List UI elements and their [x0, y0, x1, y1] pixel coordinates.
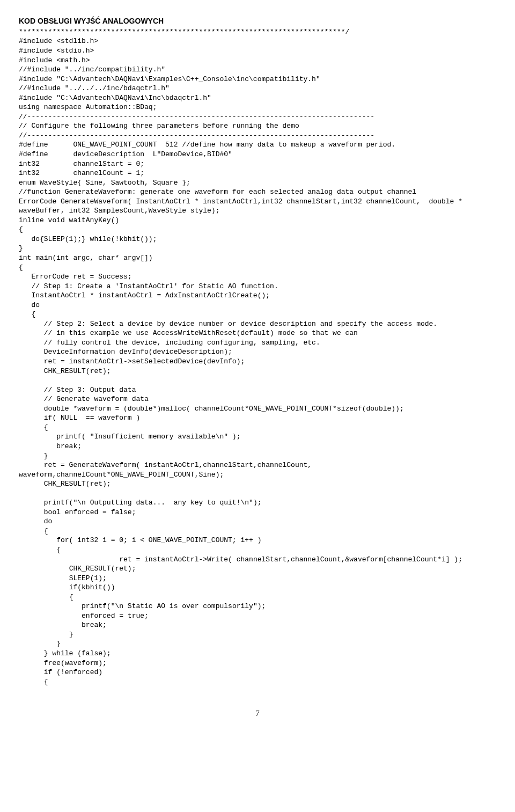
page-number: 7: [19, 708, 496, 719]
code-block: ****************************************…: [19, 27, 496, 686]
section-title: KOD OBSŁUGI WYJŚĆ ANALOGOWYCH: [19, 16, 496, 26]
